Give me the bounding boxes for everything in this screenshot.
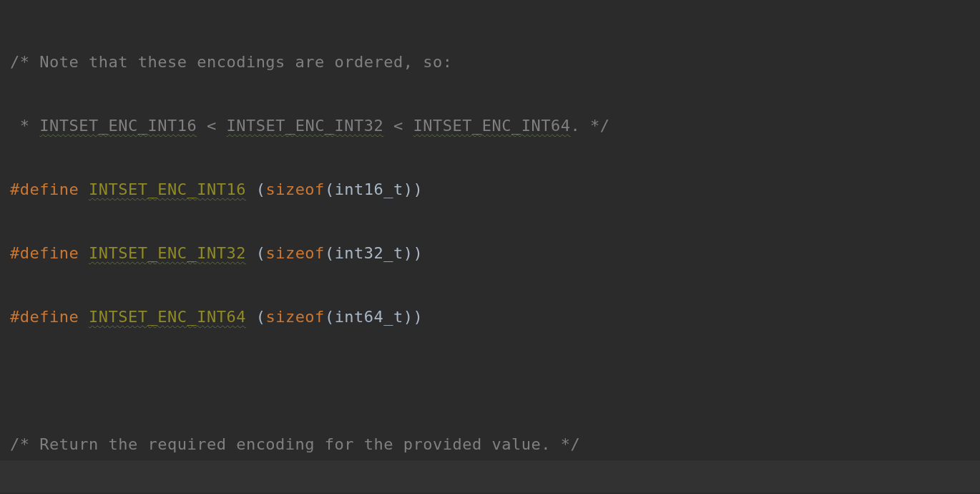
paren: )) [403,244,423,262]
preprocessor: #define [10,180,89,198]
sizeof-keyword: sizeof [265,308,324,326]
code-line[interactable]: #define INTSET_ENC_INT64 (sizeof(int64_t… [10,301,980,334]
macro-ref: INTSET_ENC_INT32 [226,117,383,135]
paren: ( [325,244,335,262]
paren: ( [246,180,266,198]
code-line-empty[interactable] [10,365,980,397]
paren: )) [403,308,423,326]
comment-text: /* Note that these encodings are ordered… [10,53,453,71]
type-name: int16_t [335,180,403,198]
macro-ref: INTSET_ENC_INT16 [39,117,197,135]
code-line[interactable]: /* Return the required encoding for the … [10,429,980,461]
macro-def: INTSET_ENC_INT64 [89,308,246,326]
code-editor[interactable]: /* Note that these encodings are ordered… [0,0,980,494]
paren: ( [246,308,266,326]
code-line[interactable]: #define INTSET_ENC_INT16 (sizeof(int16_t… [10,174,980,206]
type-name: int64_t [335,308,403,326]
macro-def: INTSET_ENC_INT32 [89,244,246,262]
sizeof-keyword: sizeof [265,244,324,262]
macro-ref: INTSET_ENC_INT64 [413,117,571,135]
comment-text: * [10,117,39,135]
paren: ( [246,244,266,262]
macro-def: INTSET_ENC_INT16 [89,180,246,198]
preprocessor: #define [10,308,89,326]
operator: < [197,117,226,135]
operator: < [383,117,413,135]
comment-text: . */ [571,117,610,135]
paren: ( [325,180,335,198]
preprocessor: #define [10,244,89,262]
paren: ( [325,308,335,326]
sizeof-keyword: sizeof [265,180,324,198]
code-line[interactable]: * INTSET_ENC_INT16 < INTSET_ENC_INT32 < … [10,110,980,142]
code-line[interactable]: /* Note that these encodings are ordered… [10,47,980,79]
comment-text: /* Return the required encoding for the … [10,435,580,453]
type-name: int32_t [335,244,403,262]
code-line[interactable]: #define INTSET_ENC_INT32 (sizeof(int32_t… [10,238,980,270]
paren: )) [403,180,423,198]
